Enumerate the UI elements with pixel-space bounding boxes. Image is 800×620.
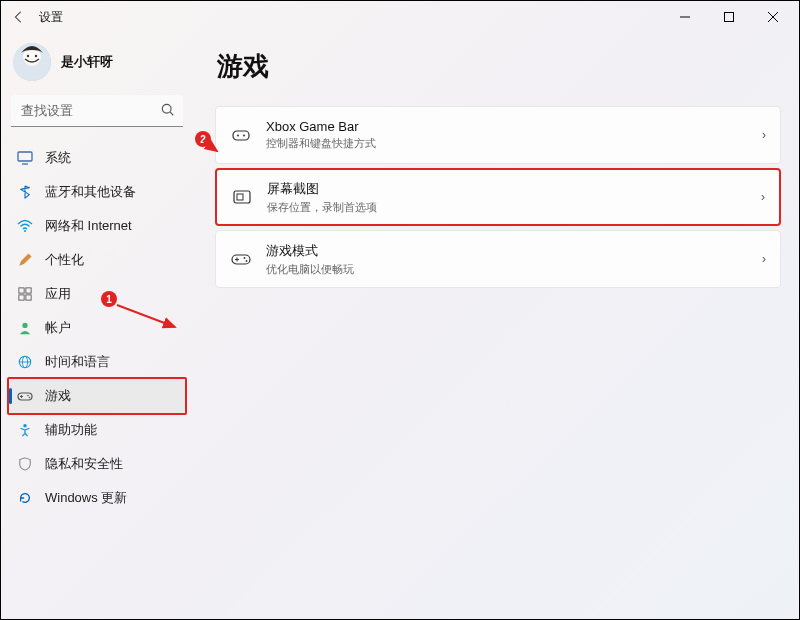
window-controls [663, 3, 795, 31]
sidebar-item-label: 个性化 [45, 251, 84, 269]
username-label: 是小轩呀 [61, 53, 113, 71]
sidebar-item-label: 时间和语言 [45, 353, 110, 371]
pencil-icon [17, 252, 33, 268]
svg-line-9 [170, 112, 173, 115]
search-input[interactable] [11, 95, 183, 127]
svg-rect-15 [19, 295, 24, 300]
user-icon [17, 320, 33, 336]
sidebar-item-gaming[interactable]: 游戏 [9, 379, 185, 413]
xbox-icon [230, 124, 252, 146]
svg-rect-31 [237, 194, 243, 200]
svg-point-35 [244, 257, 246, 259]
sidebar-item-label: 蓝牙和其他设备 [45, 183, 136, 201]
sidebar-item-label: 辅助功能 [45, 421, 97, 439]
avatar [13, 43, 51, 81]
page-title: 游戏 [217, 49, 781, 84]
svg-point-26 [23, 424, 27, 428]
sidebar-item-label: Windows 更新 [45, 489, 127, 507]
svg-point-36 [246, 260, 248, 262]
svg-rect-32 [232, 255, 250, 264]
card-subtitle: 控制器和键盘快捷方式 [266, 136, 376, 151]
svg-rect-14 [26, 288, 31, 293]
svg-point-17 [22, 323, 27, 328]
svg-rect-13 [19, 288, 24, 293]
sidebar-item-label: 网络和 Internet [45, 217, 132, 235]
accessibility-icon [17, 422, 33, 438]
sidebar-item-label: 游戏 [45, 387, 71, 405]
sidebar: 是小轩呀 系统 蓝牙和其他设备 网络和 Internet 个性化 应用 帐户 时… [1, 33, 193, 619]
sidebar-item-accessibility[interactable]: 辅助功能 [9, 413, 185, 447]
svg-point-29 [243, 135, 245, 137]
window-title: 设置 [39, 9, 63, 26]
sidebar-item-label: 隐私和安全性 [45, 455, 123, 473]
svg-point-6 [27, 55, 29, 57]
minimize-button[interactable] [663, 3, 707, 31]
sidebar-item-privacy[interactable]: 隐私和安全性 [9, 447, 185, 481]
close-button[interactable] [751, 3, 795, 31]
svg-rect-16 [26, 295, 31, 300]
svg-point-24 [27, 395, 29, 397]
gamepad-icon [17, 388, 33, 404]
sidebar-item-accounts[interactable]: 帐户 [9, 311, 185, 345]
wifi-icon [17, 218, 33, 234]
chevron-right-icon: › [762, 128, 766, 142]
maximize-button[interactable] [707, 3, 751, 31]
back-button[interactable] [5, 3, 33, 31]
search-container [11, 95, 183, 127]
annotation-highlight-sidebar [7, 377, 187, 415]
profile-block[interactable]: 是小轩呀 [9, 39, 185, 95]
svg-point-25 [29, 397, 31, 399]
chevron-right-icon: › [761, 190, 765, 204]
sidebar-item-label: 帐户 [45, 319, 71, 337]
shield-icon [17, 456, 33, 472]
card-title: 屏幕截图 [267, 180, 377, 198]
annotation-badge-1: 1 [101, 291, 117, 307]
svg-point-5 [23, 48, 41, 66]
card-title: 游戏模式 [266, 242, 354, 260]
svg-point-12 [24, 230, 26, 232]
card-captures[interactable]: 屏幕截图保存位置，录制首选项 › [215, 168, 781, 226]
card-xbox-game-bar[interactable]: Xbox Game Bar控制器和键盘快捷方式 › [215, 106, 781, 164]
annotation-badge-2: 2 [195, 131, 211, 147]
card-list: Xbox Game Bar控制器和键盘快捷方式 › 屏幕截图保存位置，录制首选项… [215, 106, 781, 288]
sidebar-item-personalization[interactable]: 个性化 [9, 243, 185, 277]
card-title: Xbox Game Bar [266, 119, 376, 134]
sidebar-item-bluetooth[interactable]: 蓝牙和其他设备 [9, 175, 185, 209]
card-game-mode[interactable]: 游戏模式优化电脑以便畅玩 › [215, 230, 781, 288]
capture-icon [231, 186, 253, 208]
sidebar-item-label: 应用 [45, 285, 71, 303]
card-subtitle: 优化电脑以便畅玩 [266, 262, 354, 277]
sidebar-item-apps[interactable]: 应用 [9, 277, 185, 311]
sidebar-item-network[interactable]: 网络和 Internet [9, 209, 185, 243]
svg-point-7 [35, 55, 37, 57]
svg-point-8 [162, 104, 171, 113]
sidebar-item-label: 系统 [45, 149, 71, 167]
nav-list: 系统 蓝牙和其他设备 网络和 Internet 个性化 应用 帐户 时间和语言 … [9, 141, 185, 515]
globe-icon [17, 354, 33, 370]
svg-rect-1 [725, 13, 734, 22]
sidebar-item-windows-update[interactable]: Windows 更新 [9, 481, 185, 515]
search-icon [161, 103, 175, 120]
svg-rect-27 [233, 131, 249, 140]
apps-icon [17, 286, 33, 302]
sidebar-item-time-language[interactable]: 时间和语言 [9, 345, 185, 379]
sidebar-item-system[interactable]: 系统 [9, 141, 185, 175]
svg-rect-10 [18, 152, 32, 161]
titlebar: 设置 [1, 1, 799, 33]
main-panel: 游戏 Xbox Game Bar控制器和键盘快捷方式 › 屏幕截图保存位置，录制… [193, 33, 799, 619]
system-icon [17, 150, 33, 166]
svg-rect-30 [234, 191, 250, 203]
bluetooth-icon [17, 184, 33, 200]
gamemode-icon [230, 248, 252, 270]
card-subtitle: 保存位置，录制首选项 [267, 200, 377, 215]
svg-point-28 [237, 135, 239, 137]
chevron-right-icon: › [762, 252, 766, 266]
update-icon [17, 490, 33, 506]
